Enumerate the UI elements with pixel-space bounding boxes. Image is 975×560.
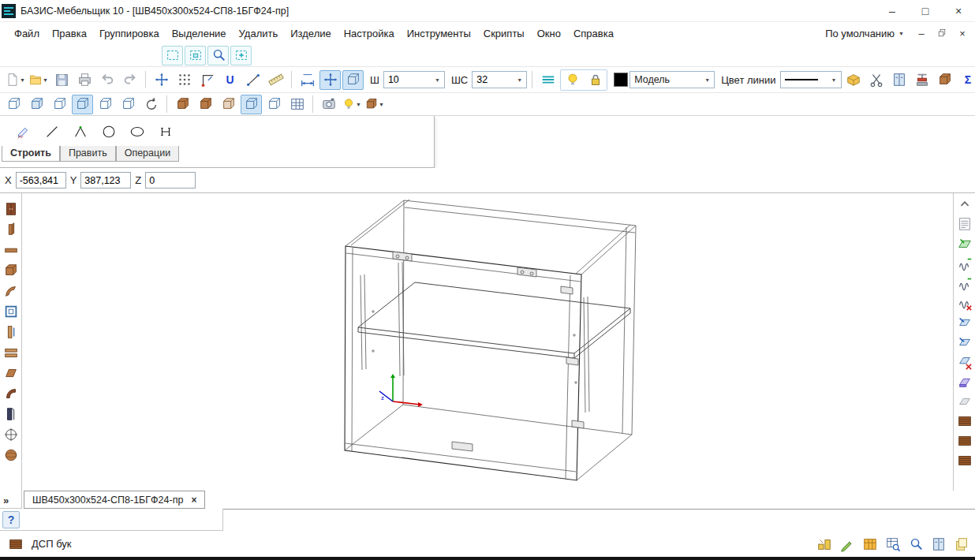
redo-icon[interactable] [119,70,140,90]
material-texture-icon-2[interactable] [955,431,974,450]
angled-panel-icon[interactable] [2,364,21,382]
close-tab-icon[interactable]: × [191,495,196,506]
x-input[interactable] [16,172,66,189]
line-style-select[interactable]: ▼ [780,71,842,88]
menu-scripts[interactable]: Скрипты [477,25,531,42]
parts-list-icon[interactable] [955,215,974,233]
corner-snap-icon[interactable] [196,70,218,90]
material-box-icon[interactable] [843,70,865,90]
current-material[interactable]: ДСП бук [5,534,72,554]
width-input[interactable] [388,74,432,85]
magnet-snap-icon[interactable]: U [219,70,241,90]
render-hidden-icon[interactable] [263,95,285,114]
model-select[interactable]: Модель ▼ [629,71,715,88]
render-texture-icon[interactable] [195,95,216,114]
model-structure-icon[interactable] [928,534,949,554]
lock-toggle-icon[interactable] [585,70,606,90]
maximize-button[interactable]: □ [909,0,942,21]
select-add-icon[interactable] [230,46,252,65]
minimize-button[interactable]: – [876,0,909,21]
panel-ghost-icon[interactable] [955,392,974,410]
tab-operations[interactable]: Операции [116,146,179,162]
zoom-area-icon[interactable] [905,534,926,554]
ruler-icon[interactable] [265,70,286,90]
hole-tool-icon[interactable] [2,425,21,443]
close-button[interactable]: × [942,0,975,21]
panel-purple-icon[interactable] [955,372,974,390]
profile-select[interactable]: По умолчанию ▼ [820,26,909,41]
hatch-style-icon[interactable] [537,70,558,90]
menu-selection[interactable]: Выделение [166,25,233,42]
menu-grouping[interactable]: Группировка [93,25,166,42]
ws-select[interactable]: ▼ [472,71,527,88]
document-tab[interactable]: ШВ450x300x524-СП8-1БГФ24-пр × [24,491,205,509]
print-icon[interactable] [73,70,95,90]
display-mode-icon[interactable]: ▼ [364,95,385,114]
menu-product[interactable]: Изделие [284,25,337,42]
section-table-icon[interactable] [286,95,308,114]
scissors-icon[interactable] [866,70,887,90]
horizontal-panel-icon[interactable] [2,241,21,259]
drawing-canvas[interactable]: z [22,193,953,491]
menu-help[interactable]: Справка [567,25,620,42]
render-semi-icon[interactable] [218,95,239,114]
mdi-close-button[interactable]: × [954,26,970,40]
frame-panel-icon[interactable] [2,302,21,320]
help-button[interactable]: ? [2,511,20,528]
light-source-icon[interactable]: ▼ [341,95,362,114]
view-box-icon-1[interactable] [3,95,24,114]
zoom-window-icon[interactable] [207,46,229,65]
menu-edit[interactable]: Правка [46,25,93,42]
camera-icon[interactable] [318,95,339,114]
ws-input[interactable] [476,74,514,85]
move-tool-icon[interactable] [151,70,172,90]
grid-snap-icon[interactable] [174,70,195,90]
sketch-tool-icon[interactable] [13,121,34,141]
save-icon[interactable] [50,70,72,90]
profile-panel-icon[interactable] [2,405,21,423]
press-icon[interactable] [912,70,933,90]
view-box-icon-5[interactable] [95,95,116,114]
snap-move-icon[interactable] [319,70,341,90]
bent-facade-icon[interactable] [2,384,21,402]
snap-grid-icon[interactable] [342,70,364,90]
sphere-tool-icon[interactable] [2,446,21,464]
material-texture-icon-3[interactable] [955,451,974,469]
dimension-icon[interactable] [297,70,318,90]
undo-icon[interactable] [96,70,118,90]
open-document-icon[interactable]: ▼ [28,70,49,90]
menu-file[interactable]: Файл [8,25,46,42]
rack-panel-icon[interactable] [2,323,21,341]
cabinet-template-icon[interactable] [2,200,21,218]
width-select[interactable]: ▼ [383,71,445,88]
fittings-icon[interactable] [813,534,835,554]
ellipse-tool-icon[interactable] [126,121,148,141]
mdi-minimize-button[interactable]: – [913,26,929,40]
light-toggle-icon[interactable] [562,70,583,90]
menu-tools[interactable]: Инструменты [401,25,477,42]
select-window-icon[interactable] [162,46,183,65]
render-wireframe-icon[interactable] [241,95,262,114]
view-box-icon-4[interactable] [72,95,93,114]
menu-settings[interactable]: Настройка [338,25,401,42]
segment-snap-icon[interactable] [242,70,263,90]
model-color-swatch[interactable] [614,73,628,87]
menu-window[interactable]: Окно [531,25,567,42]
y-input[interactable] [80,172,131,189]
z-input[interactable] [145,172,196,189]
view-box-icon-6[interactable] [118,95,139,114]
material-swatch-icon[interactable] [5,534,26,554]
material-texture-icon-1[interactable] [955,412,974,430]
edge-band-remove-icon[interactable] [955,293,974,312]
scroll-up-icon[interactable] [955,195,974,213]
cabinet-icon[interactable] [889,70,910,90]
panel-delete-icon[interactable] [955,353,974,371]
vertical-panel-icon[interactable] [2,220,21,238]
view-box-icon-2[interactable] [26,95,47,114]
more-tools-chevron[interactable]: » [3,495,9,506]
render-solid-icon[interactable] [172,95,193,114]
spec-table-icon[interactable] [859,534,880,554]
polyline-tool-icon[interactable] [69,121,91,141]
block-panel-icon[interactable] [2,261,21,279]
bent-panel-icon[interactable] [2,282,21,300]
